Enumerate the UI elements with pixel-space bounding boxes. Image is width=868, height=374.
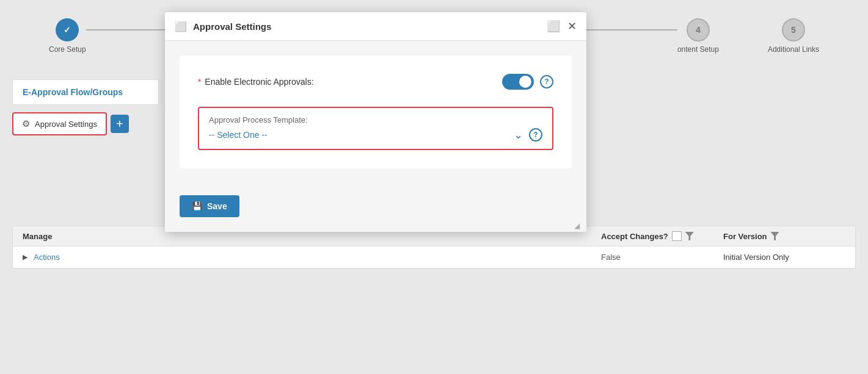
add-button[interactable]: + (111, 115, 129, 133)
step-label-core: Core Setup (49, 45, 86, 54)
sidebar-section: E-Approval Flow/Groups ⚙ Approval Settin… (12, 79, 159, 135)
modal-header-buttons: ⬜ ✕ (547, 20, 577, 33)
enable-approvals-label: * Enable Electronic Approvals: (198, 77, 502, 87)
table-row: ▶ Actions False Initial Version Only (12, 246, 856, 268)
enable-help-icon[interactable]: ? (540, 75, 553, 88)
col-version: For Version (723, 231, 845, 241)
modal-footer: 💾 Save (165, 195, 586, 232)
wizard-step-content-setup[interactable]: 4 ontent Setup (677, 18, 719, 54)
enable-approvals-control: ? (502, 74, 553, 90)
row-false-value: False (601, 253, 723, 262)
actions-link[interactable]: Actions (34, 253, 60, 262)
resize-handle[interactable] (574, 220, 583, 228)
row-arrow: ▶ (23, 253, 27, 261)
modal-card: * Enable Electronic Approvals: ? Approva… (180, 56, 572, 168)
save-button[interactable]: 💾 Save (180, 195, 239, 217)
approval-settings-modal: ⬜ Approval Settings ⬜ ✕ * Enable Electro… (165, 12, 586, 232)
modal-header: ⬜ Approval Settings ⬜ ✕ (165, 12, 586, 41)
row-version-value: Initial Version Only (723, 253, 845, 262)
template-selected-value: -- Select One -- (209, 130, 268, 140)
col-manage-label: Manage (23, 232, 52, 241)
gear-icon: ⚙ (22, 118, 30, 129)
chevron-down-icon[interactable]: ⌄ (514, 128, 523, 142)
approval-settings-label: Approval Settings (35, 120, 97, 129)
eapproval-tab-label: E-Approval Flow/Groups (23, 87, 123, 97)
template-dropdown-wrapper: Approval Process Template: -- Select One… (198, 107, 553, 150)
dropdown-right: ⌄ ? (514, 128, 542, 142)
col-spacer (133, 231, 601, 241)
modal-title: Approval Settings (193, 21, 271, 32)
template-dropdown-row: -- Select One -- ⌄ ? (209, 128, 542, 142)
step-label-links: Additional Links (768, 45, 819, 54)
enable-toggle[interactable] (502, 74, 534, 90)
version-filter-icon[interactable] (771, 232, 779, 240)
accept-filter-icon[interactable] (685, 232, 694, 240)
add-icon: + (116, 117, 123, 131)
enable-approvals-field: * Enable Electronic Approvals: ? (198, 74, 553, 90)
save-label: Save (207, 201, 227, 211)
step-circle-core: ✓ (56, 18, 79, 41)
col-version-label: For Version (723, 232, 767, 241)
required-star: * (198, 77, 201, 87)
template-help-icon[interactable]: ? (529, 128, 542, 142)
template-label: Approval Process Template: (209, 115, 542, 124)
col-accept: Accept Changes? (601, 231, 723, 241)
background-table: Manage Accept Changes? For Version ▶ Act… (12, 226, 856, 268)
wizard-step-core-setup[interactable]: ✓ Core Setup (49, 18, 86, 54)
close-icon: ✕ (567, 20, 577, 33)
save-icon: 💾 (192, 201, 202, 211)
step-circle-content: 4 (687, 18, 710, 41)
modal-window-icon: ⬜ (175, 21, 187, 32)
step-circle-links: 5 (782, 18, 805, 41)
step-label-content: ontent Setup (677, 45, 719, 54)
close-button[interactable]: ✕ (567, 20, 577, 33)
modal-title-area: ⬜ Approval Settings (175, 21, 271, 32)
col-accept-label: Accept Changes? (601, 232, 668, 241)
wizard-step-additional-links[interactable]: 5 Additional Links (768, 18, 819, 54)
maximize-button[interactable]: ⬜ (547, 20, 560, 33)
eapproval-tab[interactable]: E-Approval Flow/Groups (12, 79, 159, 105)
col-manage: Manage (23, 231, 133, 241)
modal-body: * Enable Electronic Approvals: ? Approva… (165, 41, 586, 195)
approval-settings-button[interactable]: ⚙ Approval Settings (12, 112, 107, 135)
sidebar-btn-row: ⚙ Approval Settings + (12, 112, 159, 135)
toggle-slider (502, 74, 534, 90)
enable-approvals-text: Enable Electronic Approvals: (205, 77, 313, 87)
accept-checkbox[interactable] (672, 231, 682, 241)
maximize-icon: ⬜ (547, 20, 560, 33)
